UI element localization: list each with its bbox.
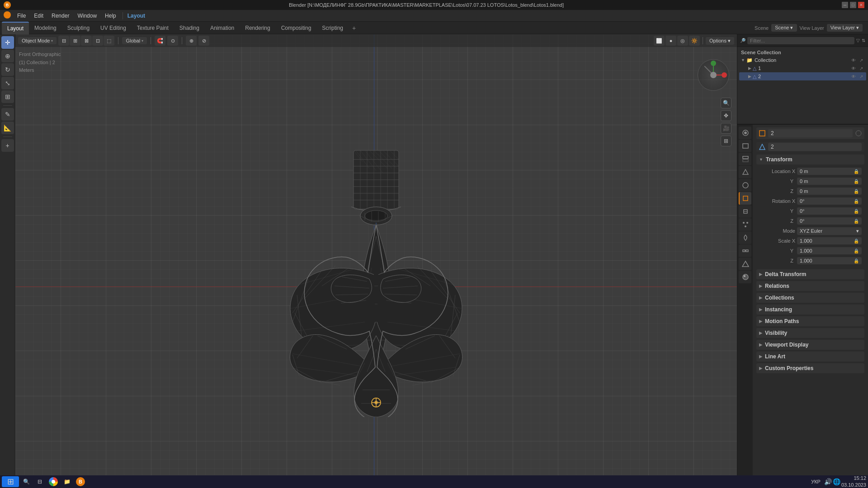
taskbar-volume-icon[interactable]: 🔊 [824,478,832,485]
item-1-select-icon[interactable]: ↗ [858,65,864,71]
viewport[interactable]: Object Mode ▾ ⊟ ⊞ ⊠ ⊡ ⬚ Global ▾ 🧲 ⊙ ⊕ ⊘ [15,34,737,475]
tool-add[interactable]: + [1,139,14,152]
tab-shading[interactable]: Shading [174,22,205,34]
tab-scene-props[interactable] [739,166,751,178]
viewport-overlays-icon[interactable]: ⊘ [198,36,209,46]
mesh-name-input[interactable] [768,143,862,151]
tab-particles-props[interactable] [739,218,751,231]
tab-uv-editing[interactable]: UV Editing [95,22,132,34]
transform-orientation-selector[interactable]: Global ▾ [122,37,147,44]
object-name-input[interactable] [768,129,853,137]
material-shading[interactable]: ◎ [677,36,688,46]
visibility-header[interactable]: ▶ Visibility [756,328,864,338]
location-x-value[interactable]: 0 m 🔒 [797,168,862,175]
custom-properties-header[interactable]: ▶ Custom Properties [756,363,864,373]
rotation-mode-dropdown[interactable]: XYZ Euler ▾ [797,227,862,235]
location-z-value[interactable]: 0 m 🔒 [797,188,862,195]
wireframe-shading[interactable]: ⬜ [654,36,665,46]
minimize-button[interactable]: ─ [842,2,848,8]
collections-header[interactable]: ▶ Collections [756,293,864,303]
show-gizmos-icon[interactable]: ⊕ [186,36,197,46]
gizmo-circle[interactable] [698,59,729,91]
outliner-filter-icon[interactable]: ▽ [856,38,860,43]
scene-selector[interactable]: Scene ▾ [771,24,797,32]
tool-scale[interactable]: ⤡ [1,77,14,89]
start-button[interactable]: ⊞ [2,476,19,487]
outliner-sort-icon[interactable]: ⇅ [862,38,865,43]
scale-y-value[interactable]: 1.000 🔒 [797,247,862,254]
taskbar-task-view[interactable]: ⊟ [33,475,46,488]
location-y-value[interactable]: 0 m 🔒 [797,178,862,185]
menu-help[interactable]: Help [101,12,120,20]
taskbar-search[interactable]: 🔍 [20,475,33,488]
instancing-header[interactable]: ▶ Instancing [756,305,864,314]
tab-texture-paint[interactable]: Texture Paint [132,22,174,34]
tab-view-layer-props[interactable] [739,153,751,165]
scale-z-value[interactable]: 1.000 🔒 [797,257,862,264]
taskbar-network-icon[interactable]: 🌐 [833,478,840,485]
rotation-y-value[interactable]: 0° 🔒 [797,207,862,215]
tab-world-props[interactable] [739,179,751,192]
add-workspace-button[interactable]: + [349,23,359,33]
proportional-edit-icon[interactable]: ⊙ [167,36,178,46]
viewport-icon-3[interactable]: ⊠ [81,36,92,46]
viewport-options-button[interactable]: Options ▾ [706,37,734,45]
tab-render-props[interactable] [739,127,751,139]
tab-material-props[interactable] [739,271,751,283]
zoom-in-button[interactable]: 🔍 [721,98,731,108]
rotation-z-value[interactable]: 0° 🔒 [797,217,862,225]
tool-annotate[interactable]: ✎ [1,108,14,121]
solid-shading[interactable]: ● [665,36,676,46]
item-1-eye-icon[interactable]: 👁 [850,65,857,71]
outliner-item-1[interactable]: ▶ △ 1 👁 ↗ [739,64,866,72]
gizmo-y-dot[interactable] [711,61,716,66]
tab-rendering[interactable]: Rendering [240,22,275,34]
menu-edit[interactable]: Edit [30,12,47,20]
tab-sculpting[interactable]: Sculpting [62,22,95,34]
viewport-display-header[interactable]: ▶ Viewport Display [756,340,864,350]
viewport-icon-1[interactable]: ⊟ [58,36,69,46]
tab-constraints-props[interactable] [739,244,751,257]
tab-physics-props[interactable] [739,231,751,244]
taskbar-blender[interactable]: B [74,475,87,488]
grid-button[interactable]: ⊞ [721,136,731,146]
menu-window[interactable]: Window [74,12,100,20]
rotation-x-value[interactable]: 0° 🔒 [797,197,862,205]
tab-output-props[interactable] [739,140,751,152]
tab-modeling[interactable]: Modeling [29,22,62,34]
delta-transform-header[interactable]: ▶ Delta Transform [756,269,864,279]
navigation-gizmo[interactable] [695,57,731,93]
gizmo-center-dot[interactable] [710,72,717,78]
tool-move[interactable]: ⊕ [1,50,14,62]
tool-transform[interactable]: ⊞ [1,90,14,103]
menu-blender[interactable] [2,10,13,21]
taskbar-chrome[interactable] [47,475,60,488]
viewport-icon-4[interactable]: ⊡ [92,36,103,46]
item-2-arrow[interactable]: ▶ [748,74,751,79]
tab-object-props[interactable] [739,192,751,205]
item-2-select-icon[interactable]: ↗ [858,73,864,80]
tool-rotate[interactable]: ↻ [1,63,14,76]
tab-modifier-props[interactable] [739,205,751,218]
rendered-shading[interactable]: 🔆 [689,36,700,46]
taskbar-explorer[interactable]: 📁 [61,475,73,488]
tab-compositing[interactable]: Compositing [276,22,317,34]
tab-layout[interactable]: Layout [2,22,29,34]
line-art-header[interactable]: ▶ Line Art [756,352,864,361]
outliner-search-input[interactable] [747,37,854,44]
camera-view-button[interactable]: 🎥 [721,123,731,134]
outliner-item-collection[interactable]: ▼ 📁 Collection 👁 ↗ [739,56,866,64]
relations-header[interactable]: ▶ Relations [756,281,864,291]
scale-x-value[interactable]: 1.000 🔒 [797,237,862,244]
maximize-button[interactable]: □ [850,2,856,8]
viewlayer-selector[interactable]: View Layer ▾ [827,24,863,32]
blender-logo[interactable]: B [4,1,11,9]
collection-expand-arrow[interactable]: ▼ [741,58,745,62]
pan-button[interactable]: ✥ [721,110,731,121]
transform-section-header[interactable]: ▼ Transform [756,155,864,164]
tool-cursor[interactable]: ✛ [1,36,14,49]
tab-animation[interactable]: Animation [205,22,240,34]
snap-icon[interactable]: 🧲 [155,36,165,46]
motion-paths-header[interactable]: ▶ Motion Paths [756,316,864,326]
tab-scripting[interactable]: Scripting [316,22,349,34]
